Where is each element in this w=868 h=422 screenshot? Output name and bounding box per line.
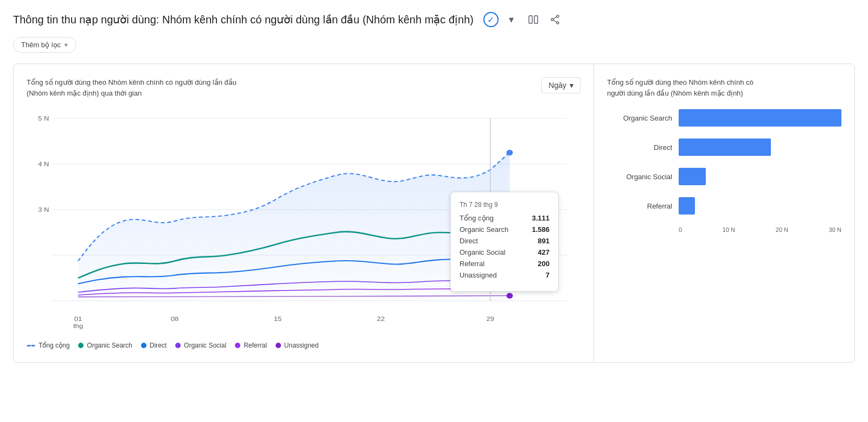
check-icon[interactable]: ✓	[483, 12, 499, 27]
page-title-container: Thông tin thu nạp người dùng: Nhóm kênh …	[13, 11, 855, 28]
legend-label-direct: Direct	[150, 342, 167, 349]
bar-row: Referral	[607, 197, 841, 215]
share-icon-button[interactable]	[546, 11, 564, 28]
legend-label-unassigned: Unassigned	[284, 342, 318, 349]
add-filter-button[interactable]: Thêm bộ lọc +	[13, 37, 76, 53]
legend-label-referral: Referral	[244, 342, 267, 349]
tooltip-row: Organic Search1.586	[459, 225, 550, 234]
svg-point-2	[557, 15, 559, 17]
legend-item-direct[interactable]: Direct	[141, 342, 167, 349]
bar-fill	[679, 197, 695, 215]
bar-track	[679, 168, 841, 185]
legend-dot-organic-search	[78, 343, 84, 348]
right-panel: Tổng số người dùng theo Nhóm kênh chính …	[594, 64, 854, 362]
chart-tooltip: Th 7 28 thg 9 Tổng cộng3.111Organic Sear…	[450, 192, 559, 292]
svg-text:15: 15	[274, 315, 282, 322]
chart-legend: Tổng cộng Organic Search Direct Organic …	[27, 342, 580, 349]
legend-item-total[interactable]: Tổng cộng	[27, 342, 69, 349]
svg-point-3	[557, 22, 559, 24]
bar-row: Direct	[607, 138, 841, 156]
svg-line-6	[553, 20, 557, 22]
svg-text:29: 29	[487, 315, 495, 322]
legend-item-unassigned[interactable]: Unassigned	[276, 342, 318, 349]
tooltip-date: Th 7 28 thg 9	[459, 201, 550, 209]
page-title: Thông tin thu nạp người dùng: Nhóm kênh …	[13, 13, 474, 26]
svg-text:22: 22	[377, 315, 385, 322]
columns-icon-button[interactable]	[525, 11, 542, 28]
bar-track	[679, 109, 841, 127]
legend-item-referral[interactable]: Referral	[235, 342, 267, 349]
left-panel: Tổng số người dùng theo Nhóm kênh chính …	[14, 64, 594, 362]
svg-text:3 N: 3 N	[38, 206, 49, 213]
legend-dot-unassigned	[276, 343, 281, 348]
chart-header: Tổng số người dùng theo Nhóm kênh chính …	[27, 77, 580, 98]
tooltip-rows: Tổng cộng3.111Organic Search1.586Direct8…	[459, 214, 550, 279]
svg-text:5 N: 5 N	[38, 115, 49, 122]
svg-line-5	[553, 17, 557, 19]
legend-label-organic-social: Organic Social	[184, 342, 226, 349]
svg-point-26	[506, 293, 513, 299]
bar-track	[679, 197, 841, 215]
bar-track	[679, 138, 841, 156]
svg-point-4	[551, 18, 553, 21]
legend-item-organic-social[interactable]: Organic Social	[175, 342, 226, 349]
title-icons: ✓ ▾	[483, 11, 564, 28]
legend-dot-direct	[141, 343, 146, 348]
bar-fill	[679, 138, 771, 156]
time-selector-button[interactable]: Ngày ▾	[541, 77, 580, 93]
tooltip-row: Direct891	[459, 237, 550, 245]
bar-fill	[679, 168, 706, 185]
tooltip-row: Tổng cộng3.111	[459, 214, 550, 222]
share-icon	[550, 14, 560, 25]
bar-row: Organic Social	[607, 168, 841, 185]
legend-dash-total	[27, 345, 35, 347]
bar-label: Direct	[607, 143, 672, 152]
bar-label: Organic Search	[607, 114, 672, 122]
legend-item-organic-search[interactable]: Organic Search	[78, 342, 132, 349]
svg-rect-0	[529, 16, 532, 23]
bar-chart-title: Tổng số người dùng theo Nhóm kênh chính …	[607, 77, 770, 98]
dropdown-button[interactable]: ▾	[503, 11, 520, 28]
svg-text:thg: thg	[73, 323, 83, 330]
tooltip-row: Organic Social427	[459, 248, 550, 256]
tooltip-row: Unassigned7	[459, 271, 550, 279]
bar-row: Organic Search	[607, 109, 841, 127]
bar-chart-container: Organic Search Direct Organic Social Ref…	[607, 109, 841, 233]
main-content: Tổng số người dùng theo Nhóm kênh chính …	[13, 64, 855, 363]
line-chart-container: 5 N 4 N 3 N 01 thg 08 15 22 29	[27, 107, 580, 335]
bar-fill	[679, 109, 841, 127]
columns-icon	[528, 14, 539, 25]
bar-label: Referral	[607, 202, 672, 210]
legend-label-organic-search: Organic Search	[87, 342, 132, 349]
line-chart-title: Tổng số người dùng theo Nhóm kênh chính …	[27, 77, 244, 98]
svg-text:08: 08	[171, 315, 179, 322]
svg-text:4 N: 4 N	[38, 161, 49, 168]
svg-rect-1	[534, 16, 538, 23]
bar-label: Organic Social	[607, 173, 672, 181]
legend-label-total: Tổng cộng	[39, 342, 69, 349]
svg-text:01: 01	[74, 315, 82, 322]
legend-dot-referral	[235, 343, 240, 348]
svg-point-21	[506, 150, 513, 156]
legend-dot-organic-social	[175, 343, 181, 348]
bar-x-axis: 010 N20 N30 N	[607, 226, 841, 233]
tooltip-row: Referral200	[459, 260, 550, 268]
